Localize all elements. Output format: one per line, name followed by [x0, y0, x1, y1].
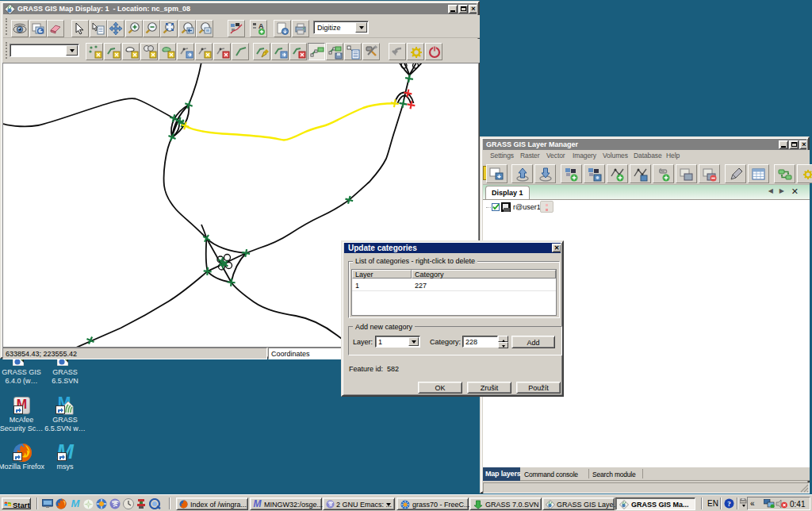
svg-text:?: ? — [727, 500, 731, 508]
